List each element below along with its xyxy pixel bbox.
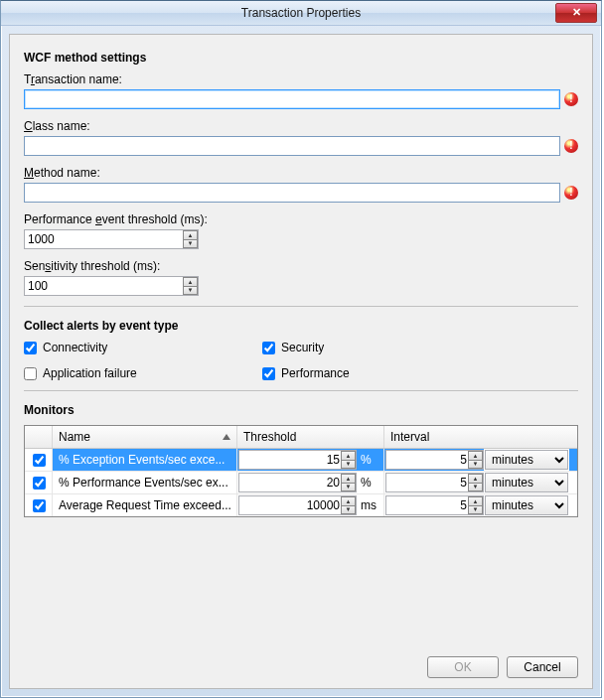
- spin-down-button[interactable]: ▼: [468, 506, 483, 515]
- alert-checkbox-item[interactable]: Security: [262, 341, 501, 354]
- perf-threshold-field: Performance event threshold (ms): ▲ ▼: [24, 212, 578, 249]
- row-enabled-checkbox[interactable]: [33, 499, 46, 512]
- spin-up-button[interactable]: ▲: [183, 230, 198, 240]
- row-enabled-checkbox[interactable]: [33, 454, 46, 467]
- col-threshold-header[interactable]: Threshold: [237, 426, 384, 448]
- row-threshold-unit: %: [357, 472, 384, 493]
- transaction-name-label: Transaction name:: [24, 72, 578, 86]
- col-enabled-header[interactable]: [25, 426, 53, 448]
- table-row[interactable]: % Performance Events/sec ex...▲▼%▲▼minut…: [25, 472, 577, 494]
- spin-up-button[interactable]: ▲: [468, 474, 483, 484]
- row-enabled-checkbox[interactable]: [33, 477, 46, 490]
- spin-down-button[interactable]: ▼: [468, 484, 483, 492]
- label-part: ansaction name:: [35, 72, 122, 86]
- spin-up-button[interactable]: ▲: [183, 277, 198, 287]
- sensitivity-threshold-input[interactable]: [24, 276, 199, 296]
- alerts-grid: ConnectivitySecurityApplication failureP…: [24, 341, 578, 380]
- transaction-name-input[interactable]: [24, 89, 560, 109]
- divider: [24, 306, 578, 307]
- label-part: vent threshold (ms):: [102, 212, 208, 226]
- spin-down-button[interactable]: ▼: [341, 484, 356, 492]
- label-part: Performance: [24, 212, 95, 226]
- row-interval-unit-cell: minutes: [484, 449, 569, 471]
- spin-up-button[interactable]: ▲: [341, 474, 356, 484]
- label-part: ethod name:: [34, 166, 100, 180]
- method-name-field: Method name: !: [24, 166, 578, 203]
- dialog-body: WCF method settings Transaction name: ! …: [9, 34, 593, 689]
- row-interval-cell: ▲▼: [384, 449, 484, 471]
- error-icon: !: [564, 139, 578, 153]
- row-name-cell: % Exception Events/sec exce...: [53, 449, 237, 471]
- spin-up-button[interactable]: ▲: [341, 451, 356, 461]
- row-interval-unit-select[interactable]: minutes: [485, 450, 568, 470]
- window-title: Transaction Properties: [241, 6, 361, 20]
- error-icon: !: [564, 186, 578, 200]
- class-name-field: Class name: !: [24, 119, 578, 156]
- wcf-heading: WCF method settings: [24, 51, 578, 65]
- row-name-cell: % Performance Events/sec ex...: [53, 472, 237, 493]
- row-interval-unit-select[interactable]: minutes: [485, 473, 568, 492]
- alert-checkbox[interactable]: [24, 342, 37, 354]
- row-enabled-cell: [25, 472, 53, 493]
- monitors-header-row: Name Threshold Interval: [25, 426, 577, 449]
- alert-label: Performance: [281, 366, 350, 380]
- label-part: itivity threshold (ms):: [51, 259, 160, 273]
- col-name-header[interactable]: Name: [53, 426, 237, 448]
- table-row[interactable]: Average Request Time exceed...▲▼ms▲▼minu…: [25, 494, 577, 516]
- label-mnemonic: M: [24, 166, 34, 180]
- close-button[interactable]: ✕: [555, 3, 597, 23]
- label-part: T: [24, 72, 31, 86]
- spin-down-button[interactable]: ▼: [468, 461, 483, 470]
- error-icon: !: [564, 92, 578, 106]
- class-name-input[interactable]: [24, 136, 560, 156]
- alert-checkbox-item[interactable]: Connectivity: [24, 341, 262, 354]
- alert-label: Application failure: [43, 366, 137, 380]
- alerts-heading: Collect alerts by event type: [24, 319, 578, 333]
- col-interval-header-label: Interval: [390, 430, 429, 444]
- spin-up-button[interactable]: ▲: [341, 496, 356, 506]
- dialog-buttons: OK Cancel: [427, 656, 578, 678]
- ok-button-label: OK: [454, 660, 471, 674]
- spin-down-button[interactable]: ▼: [183, 240, 198, 249]
- row-threshold-input[interactable]: [238, 450, 357, 470]
- perf-threshold-spin: ▲ ▼: [24, 229, 199, 249]
- alert-checkbox-item[interactable]: Performance: [262, 366, 501, 380]
- row-threshold-unit: %: [357, 449, 384, 471]
- row-name-cell: Average Request Time exceed...: [53, 494, 237, 516]
- row-threshold-cell: ▲▼: [237, 449, 357, 471]
- spin-buttons: ▲ ▼: [183, 230, 198, 248]
- alert-label: Connectivity: [43, 341, 107, 354]
- alert-label: Security: [281, 341, 324, 354]
- row-threshold-input[interactable]: [238, 473, 357, 492]
- sensitivity-threshold-spin: ▲ ▼: [24, 276, 199, 296]
- row-threshold-unit: ms: [357, 494, 384, 516]
- spin-up-button[interactable]: ▲: [468, 451, 483, 461]
- method-name-input[interactable]: [24, 183, 560, 203]
- perf-threshold-input[interactable]: [24, 229, 199, 249]
- cancel-button[interactable]: Cancel: [507, 656, 578, 678]
- sensitivity-threshold-label: Sensitivity threshold (ms):: [24, 259, 578, 273]
- alert-checkbox-item[interactable]: Application failure: [24, 366, 262, 380]
- col-interval-header[interactable]: Interval: [384, 426, 569, 448]
- row-interval-cell: ▲▼: [384, 494, 484, 516]
- row-threshold-cell: ▲▼: [237, 472, 357, 493]
- col-name-header-label: Name: [59, 430, 90, 444]
- class-name-label: Class name:: [24, 119, 578, 133]
- spin-down-button[interactable]: ▼: [341, 506, 356, 515]
- sensitivity-threshold-field: Sensitivity threshold (ms): ▲ ▼: [24, 259, 578, 296]
- table-row[interactable]: % Exception Events/sec exce...▲▼%▲▼minut…: [25, 449, 577, 472]
- spin-up-button[interactable]: ▲: [468, 496, 483, 506]
- spin-down-button[interactable]: ▼: [341, 461, 356, 470]
- row-interval-unit-select[interactable]: minutes: [485, 495, 568, 515]
- row-threshold-cell: ▲▼: [237, 494, 357, 516]
- row-interval-unit-cell: minutes: [484, 472, 569, 493]
- label-mnemonic: e: [95, 212, 102, 226]
- alert-checkbox[interactable]: [262, 367, 275, 380]
- spin-down-button[interactable]: ▼: [183, 287, 198, 296]
- row-enabled-cell: [25, 449, 53, 471]
- ok-button[interactable]: OK: [427, 656, 499, 678]
- alert-checkbox[interactable]: [24, 367, 37, 380]
- alert-checkbox[interactable]: [262, 342, 275, 354]
- row-threshold-input[interactable]: [238, 495, 357, 515]
- label-mnemonic: C: [24, 119, 33, 133]
